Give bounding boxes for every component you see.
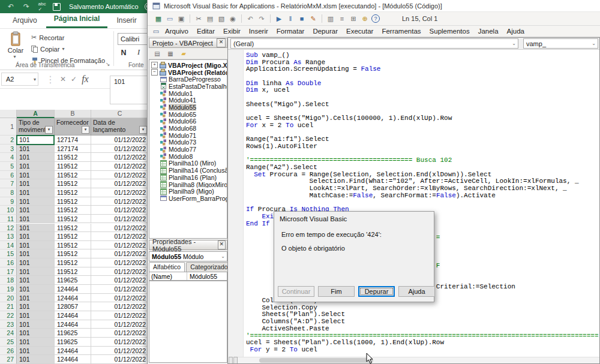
menu-janela[interactable]: Janela <box>474 28 503 35</box>
cell-b17[interactable]: 119512 <box>55 267 91 276</box>
insert-userform-icon[interactable]: ▭ <box>165 14 175 23</box>
run-icon[interactable]: ▶ <box>274 14 284 23</box>
copy-icon[interactable]: ▤ <box>205 14 215 23</box>
row-header-22[interactable]: 22 <box>0 311 17 320</box>
cell-c13[interactable]: 01/12/2022 <box>91 232 149 241</box>
table-header-cell[interactable]: Tipo de moviment▾ <box>17 118 55 136</box>
code-hscrollbar-thumb[interactable] <box>259 358 373 363</box>
cell-a22[interactable]: 101 <box>17 311 55 320</box>
cell-b8[interactable]: 119512 <box>55 188 91 197</box>
project-explorer-icon[interactable]: ▥ <box>326 14 335 23</box>
cell-c26[interactable]: 01/12/2022 <box>91 347 149 356</box>
tree-item-planilha8-migoxmiro[interactable]: Planilha8 (MigoxMiro) <box>149 181 227 188</box>
cell-a3[interactable]: 101 <box>17 145 55 154</box>
project-close-icon[interactable]: ✕ <box>217 38 226 47</box>
save-icon[interactable] <box>53 3 61 11</box>
row-header-19[interactable]: 19 <box>0 285 17 294</box>
cell-b3[interactable]: 127174 <box>55 145 91 154</box>
cell-a11[interactable]: 101 <box>17 215 55 224</box>
row-header-20[interactable]: 20 <box>0 294 17 303</box>
dialog-depurar-button[interactable]: Depurar <box>358 286 395 297</box>
cell-b27[interactable]: 124464 <box>55 355 91 364</box>
tree-item-m-dulo66[interactable]: Módulo66 <box>149 118 227 125</box>
paste-button[interactable]: Colar ▾ <box>4 31 28 66</box>
row-header-16[interactable]: 16 <box>0 258 17 267</box>
tree-item-m-dulo41[interactable]: Módulo41 <box>149 97 227 104</box>
excel-icon[interactable]: ▦ <box>154 14 163 23</box>
cell-a13[interactable]: 101 <box>17 232 55 241</box>
design-mode-icon[interactable]: ✎ <box>308 14 318 23</box>
cell-c19[interactable]: 01/12/2022 <box>91 285 149 294</box>
menu-inserir[interactable]: Inserir <box>245 28 272 35</box>
redo-icon[interactable]: ↷ <box>22 2 31 11</box>
cell-a4[interactable]: 101 <box>17 153 55 162</box>
cell-b12[interactable]: 119512 <box>55 224 91 233</box>
cell-c21[interactable]: 01/12/2022 <box>91 302 149 311</box>
tree-item-vbaproject-migo-xlsx[interactable]: +VBAProject (Migo.XLSX) <box>149 62 227 69</box>
enter-icon[interactable]: ✓ <box>71 75 77 83</box>
row-header-13[interactable]: 13 <box>0 232 17 241</box>
cell-b21[interactable]: 128057 <box>55 302 91 311</box>
cell-c7[interactable]: 01/12/2022 <box>91 179 149 188</box>
cell-b15[interactable]: 119512 <box>55 249 91 258</box>
cell-a24[interactable]: 101 <box>17 329 55 338</box>
properties-close-icon[interactable]: ✕ <box>218 240 226 249</box>
tree-item-m-dulo1[interactable]: Módulo1 <box>149 90 227 97</box>
menu-executar[interactable]: Executar <box>342 28 377 35</box>
row-header-11[interactable]: 11 <box>0 215 17 224</box>
row-header-17[interactable]: 17 <box>0 267 17 276</box>
table-header-cell[interactable]: Data de lançamento▾ <box>91 118 149 136</box>
undo-icon[interactable]: ↶ <box>245 14 255 23</box>
cell-c9[interactable]: 01/12/2022 <box>91 197 149 206</box>
cell-c11[interactable]: 01/12/2022 <box>91 215 149 224</box>
row-header-2[interactable]: 2 <box>0 136 17 145</box>
cell-a9[interactable]: 101 <box>17 197 55 206</box>
cell-b13[interactable]: 119512 <box>55 232 91 241</box>
menu-editar[interactable]: Editar <box>193 28 219 35</box>
cell-c8[interactable]: 01/12/2022 <box>91 188 149 197</box>
tab-inserir[interactable]: Inserir <box>109 14 144 28</box>
row-header-25[interactable]: 25 <box>0 338 17 347</box>
cell-b25[interactable]: 119625 <box>55 338 91 347</box>
row-header-9[interactable]: 9 <box>0 197 17 206</box>
code-window[interactable]: (Geral) ⌄ vamp_ ⌄ Sub vamp_()Dim Procura… <box>227 37 600 364</box>
cell-a25[interactable]: 101 <box>17 338 55 347</box>
cell-b16[interactable]: 119512 <box>55 258 91 267</box>
row-header-8[interactable]: 8 <box>0 188 17 197</box>
object-browser-icon[interactable]: ⊞ <box>349 14 358 23</box>
cell-b7[interactable]: 119512 <box>55 179 91 188</box>
cell-c22[interactable]: 01/12/2022 <box>91 311 149 320</box>
menu-formatar[interactable]: Formatar <box>272 28 309 35</box>
tree-item-planilha10-miro[interactable]: Planilha10 (Miro) <box>149 160 227 167</box>
paste-icon[interactable]: ▧ <box>217 14 226 23</box>
menu-arquivo[interactable]: Arquivo <box>161 28 193 35</box>
tree-item-m-dulo71[interactable]: Módulo71 <box>149 132 227 139</box>
spellcheck-icon[interactable]: abc✓ <box>37 2 47 11</box>
redo-icon[interactable]: ↷ <box>257 14 266 23</box>
properties-object-combo[interactable]: Módulo55 Módulo ⌄ <box>149 251 227 261</box>
copy-button[interactable]: Copiar ▾ <box>31 44 66 54</box>
cell-a18[interactable]: 101 <box>17 276 55 285</box>
cell-b24[interactable]: 119625 <box>55 329 91 338</box>
cell-a15[interactable]: 101 <box>17 249 55 258</box>
cell-a17[interactable]: 101 <box>17 267 55 276</box>
save-icon[interactable]: ▣ <box>176 14 186 23</box>
tree-item-planilha9-migo[interactable]: Planilha9 (Migo) <box>149 188 227 195</box>
cell-b22[interactable]: 124464 <box>55 311 91 320</box>
tree-item-barradeprogresso[interactable]: BarraDeProgresso <box>149 76 227 83</box>
tree-item-vbaproject-relat-riom[interactable]: −VBAProject (RelatórioM <box>149 69 227 76</box>
cell-b9[interactable]: 119512 <box>55 197 91 206</box>
expand-icon[interactable]: + <box>151 62 158 68</box>
tree-item-m-dulo77[interactable]: Módulo77 <box>149 146 227 153</box>
tree-item-m-dulo73[interactable]: Módulo73 <box>149 139 227 146</box>
cell-b6[interactable]: 119512 <box>55 171 91 180</box>
tree-item-m-dulo8[interactable]: Módulo8 <box>149 153 227 160</box>
cell-b2[interactable]: 127174 <box>55 136 91 145</box>
cell-a6[interactable]: 101 <box>17 171 55 180</box>
cell-b4[interactable]: 119512 <box>55 153 91 162</box>
menu-ajuda[interactable]: Ajuda <box>503 28 529 35</box>
cell-b23[interactable]: 124464 <box>55 320 91 329</box>
tree-item-planilha14-conclus-o[interactable]: Planilha14 (Conclusão) <box>149 167 227 174</box>
cell-a16[interactable]: 101 <box>17 258 55 267</box>
tree-item-m-dulo68[interactable]: Módulo68 <box>149 125 227 132</box>
